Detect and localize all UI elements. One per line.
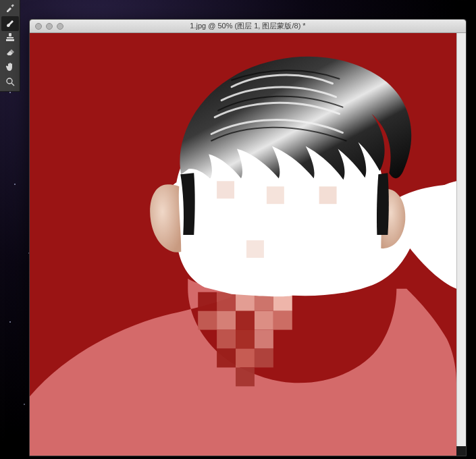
svg-rect-21 (236, 367, 255, 386)
canvas-viewport (30, 33, 466, 456)
svg-rect-10 (198, 311, 217, 330)
zoom-button[interactable] (57, 23, 63, 30)
svg-rect-18 (217, 349, 236, 368)
clone-stamp-tool[interactable] (1, 31, 19, 46)
eyedropper-tool[interactable] (1, 1, 19, 16)
vertical-scrollbar[interactable] (456, 33, 466, 446)
hand-icon (5, 61, 16, 75)
svg-point-3 (7, 78, 12, 84)
brush-tool[interactable] (1, 16, 19, 31)
svg-rect-17 (255, 330, 273, 349)
hand-tool[interactable] (1, 61, 19, 76)
eraser-tool[interactable] (1, 46, 19, 61)
svg-rect-11 (217, 311, 236, 330)
svg-rect-22 (217, 181, 234, 198)
svg-rect-2 (6, 39, 14, 41)
svg-rect-12 (236, 311, 255, 330)
image-canvas[interactable] (30, 33, 456, 456)
svg-rect-16 (236, 330, 255, 349)
zoom-tool[interactable] (1, 76, 19, 90)
svg-rect-13 (255, 311, 273, 330)
svg-rect-19 (236, 349, 255, 368)
svg-rect-15 (217, 330, 236, 349)
eraser-icon (5, 47, 16, 60)
window-titlebar[interactable]: 1.jpg @ 50% (图层 1, 图层蒙版/8) * (30, 20, 466, 33)
svg-rect-20 (255, 349, 273, 368)
close-button[interactable] (35, 23, 42, 30)
svg-rect-0 (9, 33, 11, 36)
zoom-icon (5, 76, 16, 90)
svg-rect-5 (198, 292, 217, 311)
svg-rect-24 (319, 186, 337, 204)
svg-rect-23 (267, 186, 284, 204)
canvas-artwork (30, 33, 456, 456)
document-window: 1.jpg @ 50% (图层 1, 图层蒙版/8) * (29, 19, 467, 456)
stamp-icon (5, 32, 16, 45)
traffic-lights (35, 23, 63, 30)
svg-rect-14 (273, 311, 292, 330)
brush-icon (5, 17, 16, 30)
eyedropper-icon (5, 2, 16, 16)
toolbox-panel (0, 0, 20, 92)
svg-rect-6 (217, 292, 236, 311)
window-title: 1.jpg @ 50% (图层 1, 图层蒙版/8) * (30, 21, 466, 31)
minimize-button[interactable] (46, 23, 53, 30)
svg-rect-25 (246, 240, 264, 258)
svg-rect-1 (7, 37, 14, 38)
